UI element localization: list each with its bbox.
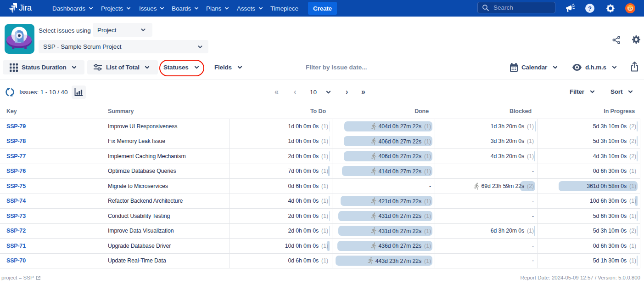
svg-text:?: ? xyxy=(588,5,592,12)
